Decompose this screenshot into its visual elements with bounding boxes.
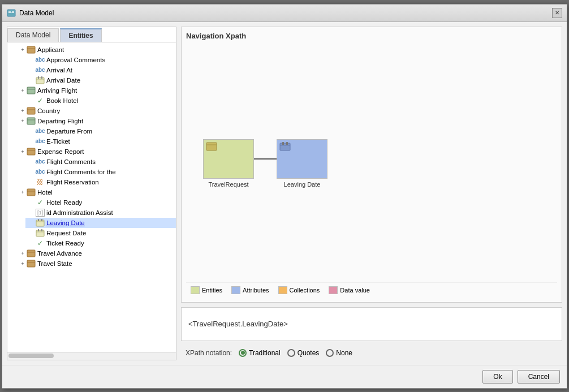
expander-applicant[interactable]: + xyxy=(19,46,27,54)
attribute-node: Leaving Date xyxy=(277,139,327,188)
h-scrollbar[interactable] xyxy=(7,352,176,360)
legend-collections-label: Collections xyxy=(290,287,320,294)
svg-rect-4 xyxy=(27,46,35,53)
data-model-dialog: Data Model ✕ Data Model Entities + Appli… xyxy=(2,4,567,389)
link-icon: ⛓ xyxy=(36,178,45,186)
tree-item-approval-comments[interactable]: abc Approval Comments xyxy=(25,55,176,65)
tab-data-model[interactable]: Data Model xyxy=(7,28,59,42)
tree-item-arrival-at[interactable]: abc Arrival At xyxy=(25,65,176,75)
check-icon3: ✓ xyxy=(36,239,45,247)
navigation-xpath-box: Navigation Xpath TravelRequest xyxy=(181,27,562,303)
radio-traditional[interactable]: Traditional xyxy=(239,349,281,357)
h-scrollbar-thumb[interactable] xyxy=(8,354,54,358)
radio-traditional-circle[interactable] xyxy=(239,349,247,357)
svg-rect-18 xyxy=(27,189,35,196)
svg-rect-1 xyxy=(8,11,11,13)
tree-item-arriving-flight[interactable]: + Arriving Flight xyxy=(16,85,176,96)
close-button[interactable]: ✕ xyxy=(552,8,562,18)
label-departing-flight: Departing Flight xyxy=(37,118,83,124)
arriving-flight-icon xyxy=(27,87,36,94)
label-hotel-ready: Hotel Ready xyxy=(46,199,82,206)
entity-node-box xyxy=(203,139,254,179)
tree-item-flight-reservation[interactable]: ⛓ Flight Reservation xyxy=(25,177,176,187)
svg-rect-28 xyxy=(27,250,35,257)
tree-item-travel-advance[interactable]: + Travel Advance xyxy=(16,248,176,259)
svg-rect-16 xyxy=(27,148,35,155)
cancel-button[interactable]: Cancel xyxy=(518,370,560,384)
notation-row: XPath notation: Traditional Quotes None xyxy=(181,346,562,360)
dialog-footer: Ok Cancel xyxy=(2,365,567,388)
svg-rect-37 xyxy=(286,142,288,145)
radio-quotes[interactable]: Quotes xyxy=(287,349,320,357)
label-id-admin: id Administration Assist xyxy=(46,209,113,216)
tree-item-id-admin[interactable]: [1] id Administration Assist xyxy=(25,208,176,218)
tree-item-arrival-date[interactable]: Arrival Date xyxy=(25,75,176,85)
label-book-hotel: Book Hotel xyxy=(46,97,78,104)
label-arrival-date: Arrival Date xyxy=(46,77,80,84)
label-e-ticket: E-Ticket xyxy=(46,138,70,145)
date-icon3 xyxy=(36,229,45,237)
tree-item-departure-from[interactable]: abc Departure From xyxy=(25,126,176,136)
radio-quotes-label: Quotes xyxy=(298,349,320,357)
tree-container[interactable]: + Applicant abc Approval Comments abc Ar… xyxy=(7,42,176,352)
label-flight-comments-for: Flight Comments for the xyxy=(46,169,116,175)
date-icon2 xyxy=(36,219,45,227)
radio-none-circle[interactable] xyxy=(326,349,334,357)
tree-item-departing-flight[interactable]: + Departing Flight xyxy=(16,116,176,126)
svg-rect-23 xyxy=(41,219,42,221)
tab-bar: Data Model Entities xyxy=(7,27,176,42)
diagram-area: TravelRequest xyxy=(186,45,557,282)
tree-item-expense-report[interactable]: + Expense Report xyxy=(16,147,176,157)
entity-icon xyxy=(27,46,36,54)
svg-rect-22 xyxy=(38,219,39,221)
tree-item-request-date[interactable]: Request Date xyxy=(25,228,176,238)
tree-item-travel-state[interactable]: + Travel State xyxy=(16,259,176,269)
dialog-icon xyxy=(7,8,16,18)
tab-entities[interactable]: Entities xyxy=(60,28,101,42)
legend-entities-label: Entities xyxy=(202,287,222,294)
tree-item-hotel[interactable]: + Hotel xyxy=(16,187,176,197)
radio-none[interactable]: None xyxy=(326,349,352,357)
nav-xpath-title: Navigation Xpath xyxy=(186,32,557,40)
legend-attributes-label: Attributes xyxy=(243,287,269,294)
tree-item-leaving-date[interactable]: Leaving Date xyxy=(25,218,176,228)
legend-attributes-color xyxy=(231,286,240,294)
title-bar: Data Model ✕ xyxy=(2,5,567,22)
label-ticket-ready: Ticket Ready xyxy=(46,240,84,247)
travel-advance-icon xyxy=(27,249,36,257)
tree-item-flight-comments[interactable]: abc Flight Comments xyxy=(25,157,176,167)
svg-rect-32 xyxy=(206,143,217,150)
text-icon: abc xyxy=(36,56,45,64)
legend-datavalue-label: Data value xyxy=(340,287,370,294)
tree-item-book-hotel[interactable]: ✓ Book Hotel xyxy=(25,96,176,106)
spacer xyxy=(28,56,36,64)
svg-rect-34 xyxy=(280,143,290,150)
legend-bar: Entities Attributes Collections Data val… xyxy=(186,282,557,298)
label-flight-comments: Flight Comments xyxy=(46,158,96,165)
svg-rect-14 xyxy=(27,118,35,124)
tree-item-ticket-ready[interactable]: ✓ Ticket Ready xyxy=(25,238,176,248)
label-country: Country xyxy=(37,107,60,114)
legend-collections-color xyxy=(278,286,287,294)
svg-rect-36 xyxy=(282,142,284,145)
hotel-icon xyxy=(27,188,36,196)
tree-item-applicant[interactable]: + Applicant xyxy=(16,45,176,55)
legend-datavalue: Data value xyxy=(329,286,370,294)
attribute-node-label: Leaving Date xyxy=(284,181,321,188)
departing-flight-icon xyxy=(27,117,36,125)
radio-traditional-label: Traditional xyxy=(249,349,281,357)
radio-quotes-circle[interactable] xyxy=(287,349,295,357)
tree-item-e-ticket[interactable]: abc E-Ticket xyxy=(25,136,176,147)
legend-entities-color xyxy=(191,286,200,294)
tree-item-hotel-ready[interactable]: ✓ Hotel Ready xyxy=(25,197,176,208)
connector xyxy=(254,158,277,160)
svg-rect-30 xyxy=(27,260,35,267)
label-travel-advance: Travel Advance xyxy=(37,250,82,257)
country-icon xyxy=(27,107,36,115)
legend-collections: Collections xyxy=(278,286,320,294)
label-leaving-date: Leaving Date xyxy=(46,219,85,226)
ok-button[interactable]: Ok xyxy=(482,370,512,384)
tree-item-flight-comments-for[interactable]: abc Flight Comments for the xyxy=(25,167,176,177)
tree-item-country[interactable]: + Country xyxy=(16,106,176,116)
dialog-body: Data Model Entities + Applicant abc Appr… xyxy=(2,22,567,365)
